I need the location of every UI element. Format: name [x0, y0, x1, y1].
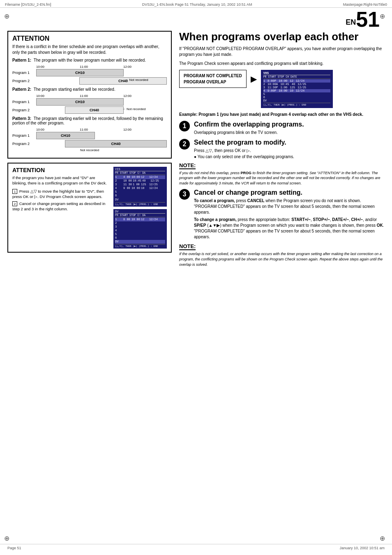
note-block-2: NOTE: If the overlap is not yet solved, … [179, 243, 385, 267]
timeline-row-p1-prog2: Program 2 CH40 ← Not recorded [12, 77, 167, 85]
dv-row-4: 4 [115, 229, 165, 233]
step-2-body: Press △▽, then press OK or ▷. [194, 148, 385, 154]
header-right: Masterpage:Right-NoTitle0 [343, 2, 387, 7]
footer-left: Page 51 [7, 546, 21, 550]
attention-2-text: ATTENTION If the program you have just m… [12, 167, 110, 249]
content-area: ATTENTION If there is a conflict in the … [0, 31, 392, 270]
step-3-heading: Cancel or change program setting. [194, 189, 385, 196]
arrow-right: ▶ [251, 70, 257, 84]
vhs-right-row-5: 5 [263, 92, 330, 96]
left-column: ATTENTION If there is a conflict in the … [7, 31, 172, 270]
vis-row-2: 210 0010:454012/25 [115, 179, 165, 183]
dv-headers: PR START STOP C! DA [115, 214, 165, 217]
footer-right: January 10, 2002 10:51 am [339, 546, 385, 550]
dv-row-6: 6 [115, 236, 165, 240]
vis-row-4: 49 0010 001012/24 [115, 187, 165, 190]
step-2-content: Select the program to modify. Press △▽, … [194, 139, 385, 159]
dv-row-3: 3 [115, 225, 165, 229]
timeline-pattern-1: 10:00 11:00 12:00 Program 1 CH10 Program… [12, 65, 167, 85]
vhs-right-row-4: 4 9:00P 10:00 10 12/24 [263, 89, 330, 92]
step-block-1: 1 Confirm the overlapping programs. Over… [179, 121, 385, 136]
vhs-right-title: VHS [263, 71, 330, 75]
dv-row-1: 18 0010 001212/24 [115, 218, 165, 221]
not-recorded-label-2: ← Not recorded [122, 107, 145, 111]
note-1-title: NOTE: [179, 162, 196, 169]
pattern-2-label: Pattern 2: The program starting earlier … [12, 87, 167, 92]
note-2-text: If the overlap is not yet solved, or ano… [179, 251, 385, 267]
attention-2-step-2: 2 Cancel or change program setting as de… [12, 201, 110, 212]
vhs-right-headers: PR START STOP CH DATE [263, 76, 330, 79]
en-label: EN [346, 18, 356, 26]
timeline-scale-1: 10:00 11:00 12:00 [36, 65, 167, 69]
step-block-3: 3 Cancel or change program setting. To c… [179, 189, 385, 240]
timeline-row-p1-prog1: Program 1 CH10 [12, 69, 167, 76]
prog1-bar-p2: CH10 [36, 98, 124, 106]
step-1-circle: 1 [179, 121, 190, 131]
vis-row-dv: DV [115, 198, 165, 202]
pattern-3-label: Pattern 3: The program starting earlier … [12, 116, 167, 125]
dv-row-5: 5 [115, 233, 165, 236]
attention-2-title: ATTENTION [12, 167, 110, 173]
section-title: When programs overlap each other [179, 31, 385, 43]
step-num-1: 1 [12, 189, 17, 194]
vis-row-1: 14 0010:001212/24 [115, 175, 165, 179]
prog-not-completed-text: PROGRAM NOT COMPLETED [184, 73, 242, 79]
vis-row-3: 311 301 0012512/25 [115, 183, 165, 187]
note-2-title: NOTE: [179, 243, 196, 250]
header-center: DVS3U_1-EN.book Page 51 Thursday, Januar… [142, 2, 252, 7]
vis-headers: PR START STOP C! DA [115, 172, 165, 175]
dv-row-2: 2 [115, 221, 165, 225]
prog2-bar-p2: CH40 [65, 106, 124, 114]
prog1-bar: CH10 [36, 69, 124, 76]
right-column: When programs overlap each other If "PRO… [179, 31, 385, 270]
not-recorded-label-3: Not recorded [12, 148, 167, 152]
intro-1: If "PROGRAM NOT COMPLETED PROGRAM OVERLA… [179, 46, 385, 58]
step-1-content: Confirm the overlapping programs. Overla… [194, 121, 385, 136]
vhs-right-row-1: 1 8:00P 10:00 12 12/24 [263, 79, 330, 83]
attention-2-step-1: 1 Press △▽ to move the highlight bar to … [12, 189, 110, 200]
step-3-circle: 3 [179, 189, 190, 200]
timeline-scale-3: 10:00 11:00 12:00 [36, 128, 167, 131]
vhs-right-row-3: 3 11:30P 1:00 125 12/25 [263, 86, 330, 89]
pattern-1-label: Pattern 1: The program with the lower pr… [12, 58, 167, 62]
attention-2-screens: VIS PR START STOP C! DA 14 0010:001212/2… [113, 167, 167, 249]
step-num-2: 2 [12, 201, 17, 206]
step-2-heading: Select the program to modify. [194, 139, 385, 146]
vhs-screen-right: VHS PR START STOP CH DATE 1 8:00P 10:00 … [261, 70, 333, 108]
not-recorded-label-1: ← Not recorded [125, 78, 148, 82]
vis-footer: (△,▽), THEN (▶) (PROG.) : END [115, 202, 165, 206]
reg-mark-br [380, 534, 388, 543]
screen-area-right: PROGRAM NOT COMPLETED PROGRAM OVERLAP ▶ … [179, 70, 385, 108]
vhs-right-footer: (△,▽), THEN (▶) (PROG.) : END [263, 103, 330, 106]
dv-row-dv: DV [115, 240, 165, 244]
reg-mark-bl [4, 534, 12, 543]
timeline-pattern-2: 10:00 11:00 12:00 Program 1 CH10 Program… [12, 94, 167, 114]
vis-row-5: 5 [115, 190, 165, 194]
prog2-bar-p1: CH40 [79, 77, 167, 85]
dv-screen: DV PR START STOP C! DA 18 0010 001212/24… [113, 209, 167, 249]
attention-1-title: ATTENTION [12, 35, 167, 42]
step-3-cancel: To cancel a program, press CANCEL when t… [194, 198, 385, 215]
prog-overlap-text: PROGRAM OVERLAP [184, 79, 242, 85]
prog1-bar-p3: CH10 [36, 132, 95, 139]
page-header: Filename [DVS3U_2-EN.fm] DVS3U_1-EN.book… [0, 0, 392, 8]
attention-1-body: If there is a conflict in the timer sche… [12, 44, 167, 55]
step-1-body: Overlapping programs blink on the TV scr… [194, 130, 385, 136]
timeline-pattern-3: 10:00 11:00 12:00 Program 1 CH10 Program… [12, 128, 167, 152]
attention-2-body: If the program you have just made and "D… [12, 175, 110, 186]
attention-box-2: ATTENTION If the program you have just m… [7, 163, 172, 253]
step-2-circle: 2 [179, 139, 190, 150]
timeline-scale-2: 10:00 11:00 12:00 [36, 94, 167, 98]
note-1-text: If you do not mind this overlap, press P… [179, 170, 385, 186]
timeline-row-p3-prog2: Program 2 CH40 [12, 140, 167, 147]
page-footer: Page 51 January 10, 2002 10:51 am [0, 544, 392, 550]
example-caption: Example: Program 1 (you have just made) … [179, 112, 385, 117]
reg-mark-tl [4, 12, 12, 21]
note-block-1: NOTE: If you do not mind this overlap, p… [179, 162, 385, 186]
vhs-right-row-2: 2 10:00A 10:45 40 12/25 [263, 83, 330, 86]
dv-footer: (△,▽), THEN (▶) (PROG.) : END [115, 244, 165, 248]
header-left: Filename [DVS3U_2-EN.fm] [5, 2, 51, 7]
timeline-row-p3-prog1: Program 1 CH10 [12, 132, 167, 139]
prog2-bar-p3: CH40 [65, 140, 167, 147]
step-2-bullet: ● You can only select one of the overlap… [194, 154, 385, 159]
